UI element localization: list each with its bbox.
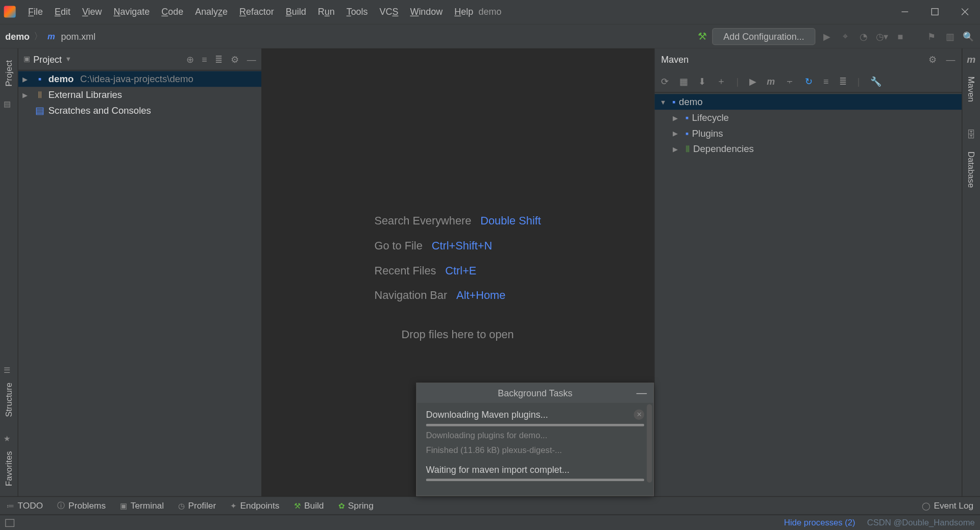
download-icon[interactable]: ⬇ [698,76,706,86]
menu-navigate[interactable]: Navigate [108,4,156,20]
menu-refactor[interactable]: Refactor [234,4,280,20]
maven-lifecycle[interactable]: ▶ ▪ Lifecycle [655,110,962,125]
project-panel-header: ▣ Project ▼ ⊕ ≡ ≣ ⚙ — [18,48,261,71]
menu-help[interactable]: Help [449,4,479,20]
menu-code[interactable]: Code [156,4,189,20]
tab-problems[interactable]: ⓘProblems [57,500,106,511]
chevron-right-icon[interactable]: ▶ [22,91,32,98]
profile-icon[interactable]: ◷▾ [875,30,889,43]
coverage-icon[interactable]: ◔ [857,30,870,43]
menu-view[interactable]: View [76,4,108,20]
menu-run[interactable]: Run [312,4,340,20]
maven-toolbar: ⟳ ▦ ⬇ ＋ | ▶ m ⫟ ↻ ≡ ≣ | 🔧 [655,70,962,93]
database-icon[interactable]: 🗄 [967,129,976,139]
add-icon[interactable]: ＋ [717,75,726,87]
project-tree: ▶ ▪ demo C:\idea-java-projects\demo ▶ ⫴ … [18,70,261,119]
debug-icon[interactable]: ⌖ [839,30,852,43]
gutter-structure-tab[interactable]: Structure [4,378,14,421]
hint-search-label: Search Everywhere [374,215,471,228]
close-button[interactable] [950,0,980,23]
task-1-title: Downloading Maven plugins... [426,409,548,419]
maven-gutter-icon[interactable]: m [967,54,975,65]
breadcrumb-project[interactable]: demo [5,31,30,41]
scrollbar[interactable] [647,404,652,483]
run-icon[interactable]: ▶ [821,30,834,43]
menu-tools[interactable]: Tools [340,4,374,20]
collapse-all-icon[interactable]: ≣ [215,54,223,64]
update-icon[interactable]: ⚑ [925,30,938,43]
task-1-sub1: Downloading plugins for demo... [426,430,645,441]
wrench-icon[interactable]: 🔧 [870,76,881,86]
expand-all-icon[interactable]: ≡ [202,54,207,64]
build-icon[interactable]: ⚒ [698,30,707,42]
hide-processes-link[interactable]: Hide processes (2) [784,518,855,527]
tab-todo[interactable]: ≔TODO [7,501,43,511]
maven-dependencies[interactable]: ▶ ⫴ Dependencies [655,141,962,157]
chevron-right-icon[interactable]: ▶ [22,75,32,83]
menu-build[interactable]: Build [280,4,312,20]
maven-root[interactable]: ▼ ▪ demo [655,94,962,110]
structure-icon[interactable]: ☰ [4,366,14,376]
hint-gotofile-label: Go to File [374,240,422,253]
favorites-icon[interactable]: ★ [4,434,14,444]
editor-hints: Search EverywhereDouble Shift Go to File… [374,203,541,314]
minimize-button[interactable] [890,0,920,23]
maven-plugins[interactable]: ▶ ▪ Plugins [655,125,962,141]
generate-icon[interactable]: ▦ [679,76,688,86]
menu-vcs[interactable]: VCS [374,4,404,20]
chevron-right-icon[interactable]: ▶ [673,114,682,121]
tab-event-log[interactable]: ◯Event Log [922,501,973,511]
cancel-task-icon[interactable]: ✕ [634,409,644,419]
tab-spring[interactable]: ✿Spring [338,501,374,511]
minimize-tasks-icon[interactable]: — [636,387,647,399]
collapse-icon[interactable]: ≣ [839,76,847,86]
skip-tests-icon[interactable]: ↻ [805,76,813,86]
tree-row-root[interactable]: ▶ ▪ demo C:\idea-java-projects\demo [18,71,261,87]
tab-build[interactable]: ⚒Build [294,501,324,511]
maven-hide-icon[interactable]: — [946,54,955,64]
execute-goal-icon[interactable]: m [767,76,775,86]
tab-terminal[interactable]: ▣Terminal [120,501,164,511]
gutter-file-icon[interactable]: ▤ [4,99,14,110]
project-panel-title[interactable]: ▣ Project ▼ [23,54,71,64]
search-icon[interactable]: 🔍 [962,30,975,43]
hide-panel-icon[interactable]: — [247,54,256,64]
locate-icon[interactable]: ⊕ [186,54,194,64]
tree-row-scratches[interactable]: ▤ Scratches and Consoles [18,103,261,118]
chevron-down-icon[interactable]: ▼ [660,98,669,106]
menu-analyze[interactable]: Analyze [189,4,234,20]
window-controls [890,0,980,23]
maximize-button[interactable] [920,0,950,23]
show-deps-icon[interactable]: ≡ [823,76,828,86]
gutter-project-tab[interactable]: Project [4,56,14,90]
chevron-right-icon[interactable]: ▶ [673,145,682,153]
stop-icon[interactable]: ■ [894,30,907,43]
chevron-down-icon: ▼ [65,56,71,63]
breadcrumb-file[interactable]: pom.xml [61,31,95,41]
add-configuration-button[interactable]: Add Configuration... [713,28,816,44]
chevron-right-icon[interactable]: ▶ [673,130,682,137]
tree-row-ext-lib[interactable]: ▶ ⫴ External Libraries [18,87,261,103]
menu-file[interactable]: File [22,4,49,20]
menu-edit[interactable]: Edit [48,4,76,20]
gutter-database-tab[interactable]: Database [966,147,976,192]
gutter-favorites-tab[interactable]: Favorites [4,447,14,490]
reload-icon[interactable]: ⟳ [661,76,669,86]
hint-navbar-label: Navigation Bar [374,289,447,302]
status-bar: Hide processes (2) CSDN @Double_Handsome [0,515,980,530]
run-maven-icon[interactable]: ▶ [749,76,756,86]
toggle-offline-icon[interactable]: ⫟ [786,76,795,86]
toolwindows-toggle-icon[interactable] [5,519,14,526]
folder-icon: ▣ [23,55,30,64]
toolbar: demo 〉 m pom.xml ⚒ Add Configuration... … [0,23,980,48]
tab-endpoints[interactable]: ✦Endpoints [230,501,279,511]
library-icon: ⫴ [34,89,46,100]
tab-profiler[interactable]: ◷Profiler [178,501,216,511]
gutter-maven-tab[interactable]: Maven [966,72,976,106]
settings-icon[interactable]: ⚙ [231,54,239,64]
maven-settings-icon[interactable]: ⚙ [928,54,937,64]
menu-window[interactable]: Window [404,4,449,20]
scratches-icon: ▤ [34,105,46,115]
breadcrumb[interactable]: demo 〉 m pom.xml [5,31,95,42]
split-icon[interactable]: ▥ [943,30,957,43]
